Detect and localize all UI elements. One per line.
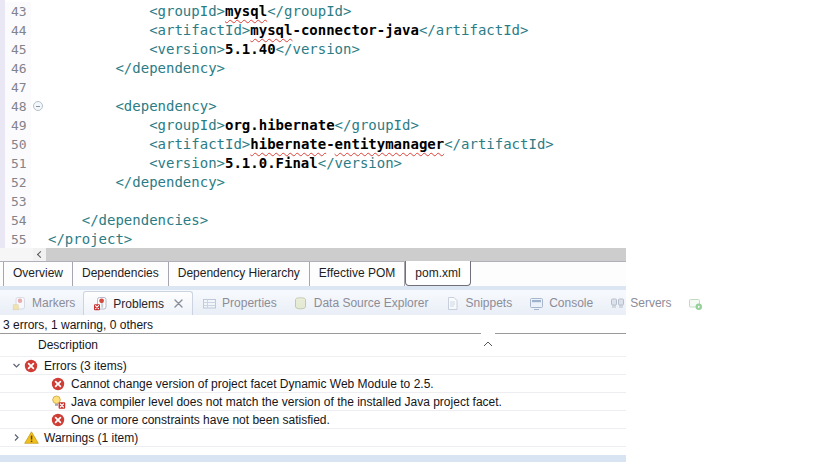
view-tab-markers[interactable]: Markers [3, 291, 83, 315]
line-number: 49 [5, 116, 31, 135]
problem-text: Warnings (1 item) [44, 431, 138, 445]
problems-icon [92, 296, 108, 312]
problems-view: 3 errors, 1 warning, 0 others Descriptio… [0, 315, 626, 462]
chevron-down-icon[interactable] [8, 360, 24, 371]
line-number: 52 [5, 173, 31, 192]
code-text: </project> [46, 230, 132, 248]
line-number: 46 [5, 59, 31, 78]
code-line[interactable]: 43 <groupId>mysql</groupId> [5, 2, 626, 21]
code-text [46, 78, 48, 97]
code-line[interactable]: 55</project> [5, 230, 626, 248]
folding-ruler [31, 135, 46, 154]
line-number: 44 [5, 21, 31, 40]
view-tab-data-source-explorer[interactable]: Data Source Explorer [285, 291, 437, 315]
view-tab-label: Console [549, 296, 593, 310]
line-number: 47 [5, 78, 31, 97]
chevron-right-icon[interactable] [8, 432, 24, 443]
quickfix-error-icon [51, 395, 66, 409]
view-tab-label: Data Source Explorer [314, 296, 429, 310]
editor-tab-dependency-hierarchy[interactable]: Dependency Hierarchy [169, 262, 310, 286]
problem-text: Java compiler level does not match the v… [71, 395, 502, 409]
view-tab-bar: MarkersProblemsPropertiesData Source Exp… [0, 290, 626, 315]
code-line[interactable]: 45 <version>5.1.40</version> [5, 40, 626, 59]
horizontal-scrollbar[interactable] [0, 248, 626, 261]
markers-icon [11, 295, 27, 311]
folding-ruler [31, 116, 46, 135]
line-number: 45 [5, 40, 31, 59]
console-icon [528, 295, 544, 311]
warning-icon [24, 431, 39, 444]
error-icon [24, 359, 39, 373]
code-line[interactable]: 48 <dependency> [5, 97, 626, 116]
line-number: 51 [5, 154, 31, 173]
window-bottom-edge [0, 455, 626, 462]
scroll-left-button[interactable] [33, 248, 46, 261]
properties-icon [201, 295, 217, 311]
servers-icon [609, 295, 625, 311]
scrollbar-spacer [0, 248, 33, 261]
code-text: <dependency> [46, 97, 217, 116]
problem-row[interactable]: Java compiler level does not match the v… [0, 393, 626, 411]
code-text [46, 192, 48, 211]
problem-row[interactable]: One or more constraints have not been sa… [0, 411, 626, 429]
editor-tab-overview[interactable]: Overview [3, 262, 73, 286]
code-lines: 43 <groupId>mysql</groupId>44 <artifactI… [0, 2, 626, 248]
code-line[interactable]: 53 [5, 192, 626, 211]
code-line[interactable]: 44 <artifactId>mysql-connector-java</art… [5, 21, 626, 40]
code-text: <groupId>mysql</groupId> [46, 2, 351, 21]
folding-ruler [31, 2, 46, 21]
problem-text: Errors (3 items) [44, 359, 127, 373]
code-line[interactable]: 46 </dependency> [5, 59, 626, 78]
code-line[interactable]: 51 <version>5.1.0.Final</version> [5, 154, 626, 173]
line-number: 55 [5, 230, 31, 248]
view-tab-snippets[interactable]: Snippets [436, 291, 520, 315]
folding-ruler [31, 97, 46, 116]
problem-row[interactable]: Errors (3 items) [0, 357, 626, 375]
view-tab-console[interactable]: Console [520, 291, 601, 315]
view-tab-label: Properties [222, 296, 277, 310]
editor-tab-pom-xml[interactable]: pom.xml [405, 261, 470, 286]
chevron-up-icon [481, 333, 495, 351]
view-icon [688, 295, 704, 311]
view-tab-label: Snippets [465, 296, 512, 310]
view-tab-problems[interactable]: Problems [83, 291, 193, 315]
eclipse-window: 43 <groupId>mysql</groupId>44 <artifactI… [0, 0, 626, 462]
code-line[interactable]: 50 <artifactId>hibernate-entitymanager</… [5, 135, 626, 154]
code-line[interactable]: 49 <groupId>org.hibernate</groupId> [5, 116, 626, 135]
panel-splitter[interactable] [0, 333, 626, 334]
view-tab-overflow[interactable] [680, 291, 712, 315]
folding-ruler [31, 21, 46, 40]
folding-ruler [31, 192, 46, 211]
line-number: 48 [5, 97, 31, 116]
code-text: <version>5.1.40</version> [46, 40, 360, 59]
editor-tab-effective-pom[interactable]: Effective POM [310, 262, 405, 286]
snippets-icon [444, 295, 460, 311]
panel-filler [0, 447, 626, 455]
annotation-ruler [0, 0, 5, 248]
code-text: <groupId>org.hibernate</groupId> [46, 116, 419, 135]
line-number: 53 [5, 192, 31, 211]
line-number: 50 [5, 135, 31, 154]
error-icon [51, 377, 66, 391]
code-line[interactable]: 52 </dependency> [5, 173, 626, 192]
view-tab-properties[interactable]: Properties [193, 291, 285, 315]
code-text: </dependency> [46, 173, 225, 192]
editor-bottom-tabs: OverviewDependenciesDependency Hierarchy… [0, 261, 626, 286]
scrollbar-thumb[interactable] [46, 248, 626, 261]
view-tab-servers[interactable]: Servers [601, 291, 679, 315]
folding-ruler [31, 211, 46, 230]
problem-row[interactable]: Warnings (1 item) [0, 429, 626, 447]
folding-ruler [31, 59, 46, 78]
pom-xml-editor[interactable]: 43 <groupId>mysql</groupId>44 <artifactI… [0, 0, 626, 248]
code-line[interactable]: 47 [5, 78, 626, 97]
problems-table: Errors (3 items)Cannot change version of… [0, 357, 626, 447]
problem-row[interactable]: Cannot change version of project facet D… [0, 375, 626, 393]
error-icon [51, 413, 66, 427]
editor-tab-dependencies[interactable]: Dependencies [73, 262, 169, 286]
code-line[interactable]: 54 </dependencies> [5, 211, 626, 230]
close-tab-button[interactable] [173, 298, 184, 309]
view-tab-label: Servers [630, 296, 671, 310]
fold-collapse-icon[interactable] [33, 101, 43, 111]
description-column-header[interactable]: Description [0, 334, 626, 357]
folding-ruler [31, 173, 46, 192]
